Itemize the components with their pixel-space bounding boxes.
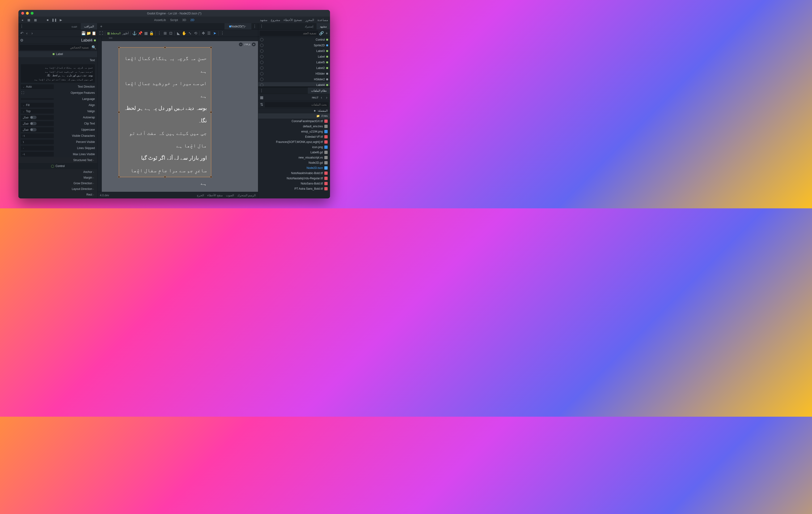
- property-sub[interactable]: Margin ‹: [19, 175, 97, 181]
- visibility-icon[interactable]: [260, 66, 263, 70]
- grid-view-icon[interactable]: ▦: [260, 96, 263, 100]
- expand-icon[interactable]: ⛶: [21, 91, 25, 95]
- file-item[interactable]: Node2D.gd: [258, 160, 330, 165]
- property-value[interactable]: فعال: [21, 115, 54, 120]
- scale-icon[interactable]: ⤡: [188, 31, 192, 35]
- layout-button[interactable]: ▦ المخطط: [107, 32, 121, 35]
- tab-import[interactable]: إستيراد: [301, 23, 317, 29]
- file-item[interactable]: NotoSans-Bold.ttf: [258, 181, 330, 186]
- add-tab-icon[interactable]: +: [99, 25, 103, 28]
- property-value[interactable]: [21, 98, 54, 100]
- close-icon[interactable]: [21, 12, 24, 15]
- bottom-tab[interactable]: منقح الأخطاء: [207, 194, 222, 197]
- search-files-input[interactable]: [265, 102, 328, 107]
- lock-icon[interactable]: 🔒: [150, 31, 153, 35]
- filter-nodes-input[interactable]: [260, 31, 318, 36]
- menu-item[interactable]: المحرِر: [306, 18, 314, 22]
- next-icon[interactable]: ›: [30, 31, 34, 35]
- visibility-icon[interactable]: [260, 78, 263, 81]
- maximize-icon[interactable]: [31, 12, 33, 15]
- grid-snap-icon[interactable]: ⊡: [169, 31, 173, 35]
- rotate-icon[interactable]: ⟲: [194, 31, 197, 35]
- show-button[interactable]: أظهر: [122, 32, 129, 35]
- move-icon[interactable]: ✥: [201, 31, 205, 35]
- tab-script[interactable]: Script: [170, 18, 178, 22]
- close-tab-icon[interactable]: ×: [244, 25, 246, 28]
- tab-scene[interactable]: مشهد: [317, 23, 330, 29]
- scene-node[interactable]: Control: [258, 37, 330, 43]
- zoom-out-icon[interactable]: −: [239, 43, 243, 46]
- pin-icon[interactable]: 📌: [138, 31, 142, 35]
- tab-node[interactable]: عقدة: [68, 23, 81, 29]
- file-item[interactable]: Node2D.tscn: [258, 165, 330, 170]
- tab-assetlib[interactable]: AssetLib: [154, 18, 166, 22]
- scene-node[interactable]: Label4: [258, 82, 330, 86]
- folder-icon[interactable]: 📁: [87, 31, 91, 35]
- file-item[interactable]: Fraunces[SOFT,WONK,opsz,wght].ttf: [258, 139, 330, 144]
- visibility-icon[interactable]: [260, 55, 263, 58]
- scene-node[interactable]: HSlider: [258, 71, 330, 77]
- scene-node[interactable]: Label3: [258, 48, 330, 54]
- property-value[interactable]: ⌄ Fill: [21, 103, 54, 107]
- sort-icon[interactable]: ⇅: [260, 103, 263, 107]
- history-icon[interactable]: ↶: [20, 31, 24, 35]
- bottom-tab[interactable]: الخرج: [197, 194, 204, 197]
- visibility-icon[interactable]: [260, 49, 263, 53]
- property-value[interactable]: -١: [21, 133, 54, 138]
- link-icon[interactable]: 🔗: [320, 31, 323, 35]
- minimize-icon[interactable]: [26, 12, 29, 15]
- scene-tab[interactable]: Node2D(*) ×: [225, 23, 252, 29]
- visibility-icon[interactable]: [260, 72, 263, 75]
- copy-icon[interactable]: 📋: [92, 31, 96, 35]
- magnet-icon[interactable]: ⋮: [157, 31, 161, 35]
- snap-icon[interactable]: ⊞: [163, 31, 167, 35]
- file-item[interactable]: default_env.tres: [258, 124, 330, 129]
- section-label-header[interactable]: Label: [19, 51, 97, 57]
- file-item[interactable]: PT Astra Sans_Bold.ttf: [258, 186, 330, 191]
- bottom-tab[interactable]: الصوت: [226, 194, 234, 197]
- zoom-in-icon[interactable]: +: [252, 43, 256, 46]
- dock-menu-icon[interactable]: ⋮: [260, 89, 263, 92]
- bottom-tab[interactable]: الرسم المتحرك: [237, 194, 256, 197]
- stop-icon[interactable]: ■: [46, 18, 50, 22]
- res-root[interactable]: res://📁: [258, 113, 330, 118]
- dock-menu-icon[interactable]: ⋮: [20, 25, 24, 28]
- property-sub[interactable]: Grow Direction ‹: [19, 181, 97, 186]
- file-item[interactable]: new_visualscript.vs: [258, 155, 330, 160]
- grid-icon[interactable]: ▦: [144, 31, 148, 35]
- canvas-viewport[interactable]: 500 − ٪٩٩,٨ + حسنِ مہ گرچہ بہ ہنگام کمال…: [97, 37, 258, 192]
- property-value[interactable]: فعال: [21, 127, 54, 132]
- property-value[interactable]: -١: [21, 152, 54, 157]
- property-value[interactable]: فعال: [21, 121, 54, 126]
- scene-node[interactable]: Sprite2D: [258, 43, 330, 48]
- file-item[interactable]: emoji_u2194.png: [258, 129, 330, 134]
- settings-icon[interactable]: ⚙: [20, 38, 24, 42]
- file-item[interactable]: icon.png: [258, 144, 330, 150]
- prev-icon[interactable]: ‹: [25, 31, 29, 35]
- selected-node-rect[interactable]: حسنِ مہ گرچہ بہ ہنگام کمال اچّھا ہےاس سے…: [119, 47, 211, 177]
- file-item[interactable]: NotoNaskhArabic-Bold.ttf: [258, 170, 330, 176]
- dock-menu-icon[interactable]: ⋮: [260, 25, 263, 28]
- scene-node[interactable]: Label: [258, 54, 330, 59]
- prev-icon[interactable]: ‹: [320, 96, 323, 100]
- tab-filesystem[interactable]: نظام الملفات: [308, 87, 330, 94]
- ruler-icon[interactable]: ◣: [177, 31, 180, 35]
- visibility-icon[interactable]: [260, 44, 263, 47]
- next-icon[interactable]: ›: [325, 96, 328, 100]
- menu-item[interactable]: مساعدة: [317, 18, 328, 22]
- fullscreen-icon[interactable]: ⛶: [99, 31, 103, 35]
- property-sub[interactable]: Rect ‹: [19, 192, 97, 197]
- filter-properties-input[interactable]: [20, 45, 91, 50]
- property-value[interactable]: ٠: [21, 146, 54, 151]
- menu-icon[interactable]: ⋮: [221, 31, 224, 35]
- save-icon[interactable]: 💾: [82, 31, 85, 35]
- tab-2d[interactable]: 2D: [191, 18, 195, 22]
- text-value-field[interactable]: حسنِ مہ گرچہ بہ ہنگام کمال اچّھا ہے اس س…: [21, 64, 95, 83]
- dock-menu-icon[interactable]: ⋮: [253, 25, 257, 28]
- back-icon[interactable]: ◂: [20, 18, 24, 22]
- anchor-icon[interactable]: ⚓: [133, 31, 137, 35]
- file-item[interactable]: Label6.gd: [258, 150, 330, 155]
- select-icon[interactable]: ➤: [213, 31, 216, 35]
- pan-icon[interactable]: ✋: [182, 31, 186, 35]
- property-value[interactable]: ⌄ Top: [21, 109, 54, 114]
